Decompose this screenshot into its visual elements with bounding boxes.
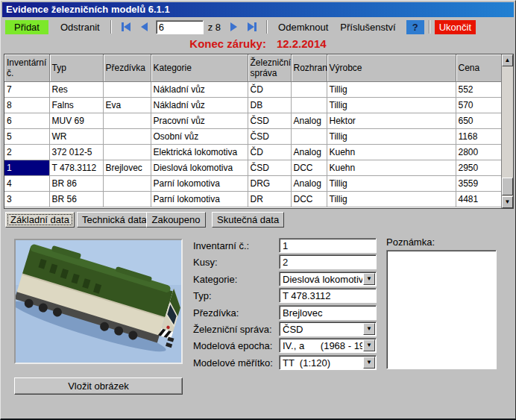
table-cell[interactable]: 4481 <box>456 191 501 207</box>
table-cell[interactable]: Analog <box>291 113 327 128</box>
table-cell[interactable] <box>103 175 151 191</box>
table-cell[interactable] <box>291 97 327 113</box>
table-cell[interactable]: 1168 <box>456 128 501 144</box>
table-cell[interactable]: 570 <box>456 97 501 113</box>
table-cell[interactable] <box>103 144 151 160</box>
table-cell[interactable]: Nákladní vůz <box>151 97 248 113</box>
table-cell[interactable]: 8 <box>4 97 49 113</box>
table-cell[interactable]: WR <box>49 128 103 144</box>
table-row[interactable]: 7ResNákladní vůzČDTillig552 <box>4 81 501 97</box>
table-cell[interactable]: Tillig <box>327 175 456 191</box>
table-cell[interactable] <box>103 113 151 128</box>
table-cell[interactable]: Tillig <box>327 97 456 113</box>
accessories-button[interactable]: Příslušenství <box>334 20 401 34</box>
table-cell[interactable]: 4 <box>4 175 49 191</box>
table-cell[interactable]: Analog <box>291 175 327 191</box>
table-cell[interactable]: Brejlovec <box>103 160 151 175</box>
note-textarea[interactable] <box>386 250 497 369</box>
category-select[interactable]: Dieslová lokomotiva▼ <box>279 272 377 286</box>
table-cell[interactable]: Tillig <box>327 191 456 207</box>
type-input[interactable]: T 478.3112 <box>279 288 377 303</box>
remove-button[interactable]: Odstranit <box>54 20 106 34</box>
last-record-button[interactable] <box>248 22 257 31</box>
tab-technick-data[interactable]: Technická data <box>77 212 152 228</box>
table-cell[interactable]: Analog <box>291 144 327 160</box>
table-cell[interactable]: MUV 69 <box>49 113 103 128</box>
table-cell[interactable]: Kuehn <box>327 160 456 175</box>
record-number-input[interactable] <box>156 20 204 34</box>
table-cell[interactable] <box>103 81 151 97</box>
table-cell[interactable]: Nákladní vůz <box>151 81 248 97</box>
scroll-thumb[interactable] <box>502 178 513 195</box>
chevron-down-icon[interactable]: ▼ <box>363 323 375 335</box>
table-cell[interactable]: Dieslová lokomotiva <box>151 160 248 175</box>
table-cell[interactable] <box>291 81 327 97</box>
model-era-select[interactable]: IV., a (1968 - 1975)▼ <box>279 338 377 353</box>
table-cell[interactable]: 1 <box>4 160 49 175</box>
table-cell[interactable]: Osobní vůz <box>151 128 248 144</box>
quit-button[interactable]: Ukončit <box>435 20 476 34</box>
table-cell[interactable]: Parní lokomotiva <box>151 191 248 207</box>
railway-company-select[interactable]: ČSD▼ <box>279 322 377 336</box>
table-cell[interactable]: Kuehn <box>327 144 456 160</box>
tab-skute-n-data[interactable]: Skutečná data <box>212 212 284 228</box>
table-cell[interactable]: BR 86 <box>49 175 103 191</box>
nickname-input[interactable]: Brejlovec <box>279 305 377 320</box>
column-header[interactable]: Výrobce <box>327 54 456 81</box>
prev-record-button[interactable] <box>141 22 148 31</box>
unlock-button[interactable]: Odemknout <box>272 20 334 34</box>
table-cell[interactable]: Parní lokomotiva <box>151 175 248 191</box>
table-scrollbar[interactable]: ▲ ▼ <box>501 54 513 208</box>
table-cell[interactable]: DR <box>248 191 291 207</box>
table-cell[interactable]: 5 <box>4 128 49 144</box>
column-header[interactable]: Typ <box>49 54 103 81</box>
table-row[interactable]: 5WROsobní vůzČSDTillig1168 <box>4 128 501 144</box>
table-cell[interactable]: Tillig <box>327 128 456 144</box>
table-row[interactable]: 1T 478.3112BrejlovecDieslová lokomotivaČ… <box>4 160 501 175</box>
table-cell[interactable]: DRG <box>248 175 291 191</box>
table-cell[interactable] <box>103 128 151 144</box>
table-cell[interactable]: 3 <box>4 191 49 207</box>
inventory-number-input[interactable]: 1 <box>279 238 377 253</box>
table-cell[interactable]: 650 <box>456 113 501 128</box>
table-cell[interactable]: Falns <box>49 97 103 113</box>
table-cell[interactable]: ČSD <box>248 160 291 175</box>
table-cell[interactable]: DCC <box>291 191 327 207</box>
tab-zakoupeno[interactable]: Zakoupeno <box>146 212 206 228</box>
table-cell[interactable] <box>103 191 151 207</box>
table-cell[interactable]: 2800 <box>456 144 501 160</box>
column-header[interactable]: Železniční správa <box>248 54 291 81</box>
table-row[interactable]: 3BR 56Parní lokomotivaDRDCCTillig4481 <box>4 191 501 207</box>
first-record-button[interactable] <box>122 22 130 31</box>
column-header[interactable]: Rozhran <box>291 54 327 81</box>
help-button[interactable]: ? <box>406 20 424 34</box>
table-cell[interactable]: Pracovní vůz <box>151 113 248 128</box>
table-row[interactable]: 2372 012-5Elektrická lokomotivaČDAnalogK… <box>4 144 501 160</box>
chevron-down-icon[interactable]: ▼ <box>363 273 375 285</box>
table-cell[interactable]: Hektor <box>327 113 456 128</box>
table-row[interactable]: 8FalnsEvaNákladní vůzDBTillig570 <box>4 97 501 113</box>
chevron-down-icon[interactable]: ▼ <box>363 357 375 369</box>
table-cell[interactable]: DB <box>248 97 291 113</box>
table-cell[interactable]: Res <box>49 81 103 97</box>
scroll-up-icon[interactable]: ▲ <box>502 54 513 66</box>
table-cell[interactable]: 552 <box>456 81 501 97</box>
column-header[interactable]: Inventární č. <box>4 54 49 81</box>
table-cell[interactable]: Tillig <box>327 81 456 97</box>
table-cell[interactable]: ČSD <box>248 113 291 128</box>
model-scale-select[interactable]: TT (1:120)▼ <box>279 355 377 370</box>
table-cell[interactable]: ČD <box>248 81 291 97</box>
table-cell[interactable]: DCC <box>291 160 327 175</box>
scroll-down-icon[interactable]: ▼ <box>502 196 513 208</box>
add-button[interactable]: Přidat <box>5 20 48 34</box>
column-header[interactable]: Cena <box>456 54 501 81</box>
next-record-button[interactable] <box>230 22 237 31</box>
table-cell[interactable]: Elektrická lokomotiva <box>151 144 248 160</box>
table-cell[interactable]: Eva <box>103 97 151 113</box>
table-cell[interactable]: 2 <box>4 144 49 160</box>
pieces-input[interactable]: 2 <box>279 254 377 269</box>
table-cell[interactable]: 6 <box>4 113 49 128</box>
table-cell[interactable]: ČD <box>248 144 291 160</box>
table-cell[interactable]: BR 56 <box>49 191 103 207</box>
table-cell[interactable]: 7 <box>4 81 49 97</box>
